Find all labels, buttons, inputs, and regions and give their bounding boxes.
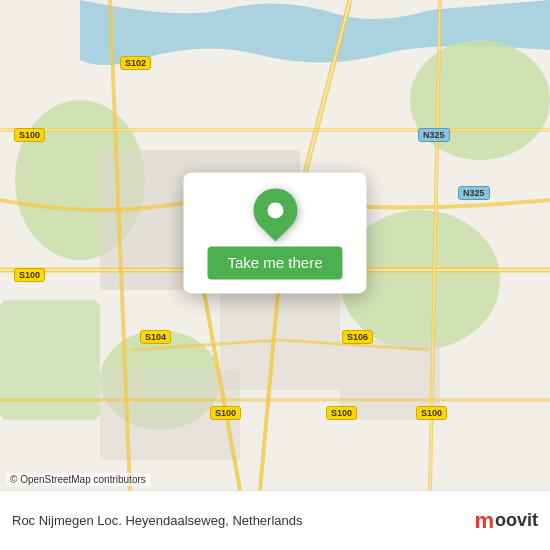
map-container: S100 S102 S105 S106 S100 S104 S106 S100 … xyxy=(0,0,550,490)
road-badge-s100-1: S100 xyxy=(14,128,45,142)
pin-inner xyxy=(267,202,283,218)
location-text: Roc Nijmegen Loc. Heyendaalseweg, Nether… xyxy=(12,513,464,528)
road-badge-s100-4: S100 xyxy=(326,406,357,420)
location-pin xyxy=(244,179,306,241)
moovit-text: oovit xyxy=(495,510,538,531)
road-badge-n325-2: N325 xyxy=(458,186,490,200)
moovit-logo: m oovit xyxy=(474,508,538,534)
osm-attribution: © OpenStreetMap contributors xyxy=(6,473,150,486)
road-badge-s104: S104 xyxy=(140,330,171,344)
road-badge-s102: S102 xyxy=(120,56,151,70)
road-badge-s106-2: S106 xyxy=(342,330,373,344)
road-badge-s100-2: S100 xyxy=(14,268,45,282)
moovit-m-letter: m xyxy=(474,508,493,534)
footer: Roc Nijmegen Loc. Heyendaalseweg, Nether… xyxy=(0,490,550,550)
take-me-there-button[interactable]: Take me there xyxy=(207,246,342,279)
road-badge-s100-3: S100 xyxy=(210,406,241,420)
svg-rect-4 xyxy=(0,300,100,420)
road-badge-s100-5: S100 xyxy=(416,406,447,420)
road-badge-n325-1: N325 xyxy=(418,128,450,142)
popup-card: Take me there xyxy=(183,172,366,293)
svg-point-3 xyxy=(410,40,550,160)
